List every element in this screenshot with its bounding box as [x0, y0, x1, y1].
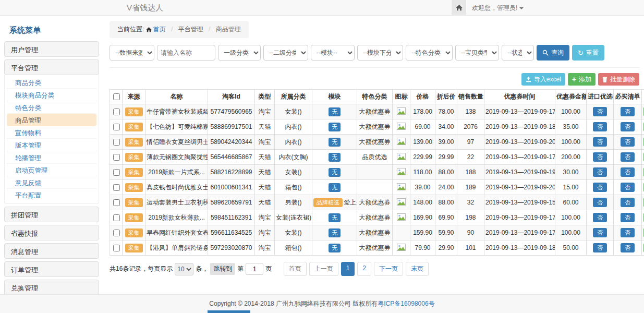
imported-toggle-button[interactable]: 否: [593, 243, 607, 252]
cell-icon: [393, 195, 410, 210]
sidebar-item[interactable]: 版本管理: [7, 139, 96, 151]
row-checkbox[interactable]: [113, 124, 120, 130]
action-bar: 导入excel + 添加 批量删除: [110, 73, 639, 86]
must-buy-toggle-button[interactable]: 否: [621, 107, 635, 116]
row-checkbox[interactable]: [113, 230, 120, 236]
sidebar-group-header[interactable]: 兑换管理: [4, 280, 99, 295]
cell-tk-id: 597293020870: [208, 240, 255, 256]
filter-select[interactable]: --特色分类--: [406, 45, 453, 61]
cell-source: 采集: [123, 165, 145, 180]
filter-select[interactable]: --状态--: [502, 45, 534, 61]
imported-toggle-button[interactable]: 否: [593, 198, 607, 207]
reset-button[interactable]: ↻ 重置: [572, 45, 604, 61]
pagination-item[interactable]: 下一页: [374, 262, 403, 276]
sidebar-item[interactable]: 轮播管理: [7, 151, 96, 164]
pagination-item[interactable]: 首页: [284, 262, 307, 276]
batch-delete-button[interactable]: 批量删除: [598, 73, 639, 86]
cell-select: [110, 104, 123, 119]
imported-toggle-button[interactable]: 否: [593, 107, 607, 116]
cell-imported: 否: [587, 210, 614, 225]
sidebar-item[interactable]: 平台配置: [7, 189, 96, 201]
cell-feature: 大额优惠券: [357, 135, 393, 150]
must-buy-toggle-button[interactable]: 否: [621, 167, 635, 177]
pagination-item[interactable]: 上一页: [309, 262, 338, 276]
table-row: 采集 真皮钱包时尚优雅女士... 601000601341 天猫 箱包() 无 …: [110, 180, 644, 195]
must-buy-toggle-button[interactable]: 否: [621, 213, 635, 222]
source-badge: 采集: [125, 123, 143, 131]
cell-select: [110, 135, 123, 150]
row-checkbox[interactable]: [113, 245, 120, 251]
cell-must-buy: 否: [614, 135, 642, 150]
cell-type: 淘宝: [255, 135, 275, 150]
data-source-select[interactable]: --数据来源--: [110, 45, 154, 61]
must-buy-toggle-button[interactable]: 否: [621, 183, 635, 192]
must-buy-toggle-button[interactable]: 否: [621, 198, 635, 207]
sidebar-item[interactable]: 启动页管理: [7, 164, 96, 176]
home-icon[interactable]: [452, 0, 466, 15]
imported-toggle-button[interactable]: 否: [593, 228, 607, 237]
must-buy-toggle-button[interactable]: 否: [621, 243, 635, 252]
column-header: 优惠券时间: [484, 90, 555, 104]
jump-page-input[interactable]: [246, 263, 263, 275]
filter-select[interactable]: --模块--: [311, 45, 355, 61]
pagination-item[interactable]: 末页: [406, 262, 429, 276]
sidebar-item[interactable]: 模块商品分类: [7, 89, 96, 101]
cell-feature: 大额优惠券: [357, 240, 393, 256]
row-checkbox[interactable]: [113, 184, 120, 191]
sidebar-group-header[interactable]: 消息管理: [4, 243, 99, 259]
icp-link[interactable]: 粤ICP备16098006号: [378, 300, 434, 307]
cell-must-buy: 否: [614, 195, 642, 210]
module-extra: 爱上运动: [344, 199, 357, 206]
sidebar-group-header[interactable]: 拼团管理: [4, 207, 99, 222]
must-buy-toggle-button[interactable]: 否: [621, 152, 635, 162]
sidebar-group-header[interactable]: 平台管理: [4, 59, 99, 75]
row-checkbox[interactable]: [113, 199, 120, 206]
row-checkbox[interactable]: [113, 214, 120, 221]
breadcrumb-home-link[interactable]: 首页: [146, 26, 167, 33]
sidebar-item[interactable]: 意见反馈: [7, 176, 96, 189]
cell-imported: 否: [587, 180, 614, 195]
import-excel-button[interactable]: 导入excel: [521, 73, 565, 86]
column-header: 图标: [393, 90, 410, 104]
imported-toggle-button[interactable]: 否: [593, 213, 607, 222]
must-buy-toggle-button[interactable]: 否: [621, 137, 635, 147]
jump-button[interactable]: 跳转到: [210, 263, 235, 275]
column-header: 类型: [255, 90, 275, 104]
pagination-item[interactable]: 2: [357, 262, 371, 276]
cell-source: 采集: [123, 195, 145, 210]
must-buy-toggle-button[interactable]: 否: [621, 228, 635, 237]
row-checkbox[interactable]: [113, 139, 120, 146]
imported-toggle-button[interactable]: 否: [593, 122, 607, 131]
imported-toggle-button[interactable]: 否: [593, 137, 607, 147]
name-search-input[interactable]: [157, 45, 215, 61]
filter-select[interactable]: --二级分类--: [263, 45, 308, 61]
filter-select[interactable]: 一级分类: [218, 45, 261, 61]
sidebar-item[interactable]: 宣传物料: [7, 126, 96, 139]
filter-select[interactable]: --宝贝类型--: [455, 45, 499, 61]
sidebar-item[interactable]: 商品分类: [7, 76, 96, 89]
per-page-select[interactable]: 10: [175, 263, 193, 275]
module-badge: 无: [329, 107, 341, 116]
imported-toggle-button[interactable]: 否: [593, 152, 607, 162]
product-image-icon: [397, 198, 406, 206]
row-checkbox[interactable]: [113, 109, 120, 115]
sidebar-group-header[interactable]: 订单管理: [4, 261, 99, 277]
sidebar-item[interactable]: 特色分类: [7, 101, 96, 114]
cell-sales: 198: [457, 210, 484, 225]
cell-imported: 否: [587, 104, 614, 119]
imported-toggle-button[interactable]: 否: [593, 167, 607, 177]
user-menu[interactable]: 欢迎您，管理员!: [472, 0, 524, 16]
sidebar-item[interactable]: 商品管理: [7, 114, 96, 126]
select-all-checkbox[interactable]: [113, 93, 120, 100]
pagination-item[interactable]: 1: [341, 262, 355, 276]
add-button[interactable]: + 添加: [568, 73, 596, 86]
sidebar-group-header[interactable]: 用户管理: [4, 41, 99, 57]
search-button[interactable]: 查询: [537, 45, 569, 61]
row-checkbox[interactable]: [113, 169, 120, 176]
sidebar-group-header[interactable]: 省惠快报: [4, 225, 99, 240]
table-row: 采集 薄款无钢圈文胸聚拢性... 565446685867 天猫 内衣(文胸) …: [110, 150, 644, 165]
filter-select[interactable]: --模块下分类--: [357, 45, 403, 61]
row-checkbox[interactable]: [113, 154, 120, 161]
must-buy-toggle-button[interactable]: 否: [621, 122, 635, 131]
imported-toggle-button[interactable]: 否: [593, 183, 607, 192]
